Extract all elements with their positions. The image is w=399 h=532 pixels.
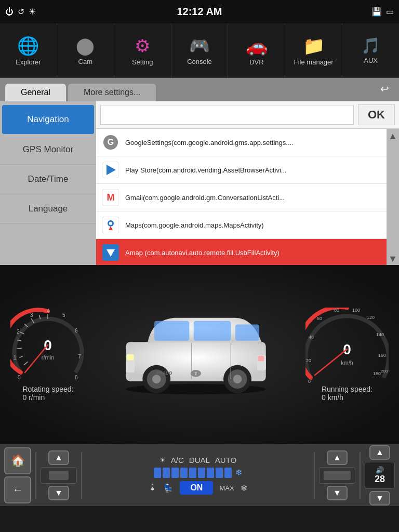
svg-line-14	[17, 348, 22, 349]
dropdown-item-play-store[interactable]: Play Store(com.android.vending.AssetBrow…	[96, 156, 387, 184]
maps-icon	[101, 216, 120, 234]
svg-text:1: 1	[14, 355, 17, 361]
sidebar-item-date-time[interactable]: Date/Time	[0, 165, 96, 194]
fan-left-down-button[interactable]: ▼	[48, 486, 69, 500]
play-store-text: Play Store(com.android.vending.AssetBrow…	[125, 166, 287, 174]
aux-icon: 🎵	[361, 36, 380, 55]
dropdown-item-maps[interactable]: Maps(com.google.android.maps.MapsActivit…	[96, 211, 387, 239]
svg-rect-37	[235, 324, 259, 340]
dropdown-input-row: OK	[96, 101, 399, 129]
status-right-icons: 💾 ▭	[371, 7, 394, 17]
car-svg: T PRADO	[113, 307, 279, 395]
clock: 12:12 AM	[177, 6, 222, 18]
svg-text:r/min: r/min	[42, 354, 54, 361]
back-button[interactable]: ←	[4, 476, 31, 503]
fan-right-up-button[interactable]: ▲	[327, 450, 348, 465]
svg-text:8: 8	[75, 375, 78, 380]
scroll-up-icon[interactable]: ▲	[388, 131, 397, 142]
dropdown-item-amap[interactable]: Amap (com.autonavi.auto.remote.fill.UsbF…	[96, 239, 387, 265]
app-console[interactable]: 🎮 Console	[171, 23, 229, 77]
fan-left-up-button[interactable]: ▲	[48, 450, 69, 465]
volume-display: 🔊 28	[365, 462, 395, 489]
svg-text:M: M	[107, 192, 115, 203]
app-bar: 🌐 Explorer ⬤ Cam ⚙ Setting 🎮 Console 🚗 D…	[0, 23, 399, 78]
storage-icon: 💾	[371, 7, 382, 17]
svg-point-8	[109, 222, 112, 225]
indicator-9	[224, 468, 232, 478]
aux-label: AUX	[364, 57, 378, 64]
filemanager-icon: 📁	[303, 35, 325, 56]
svg-text:60: 60	[317, 316, 322, 321]
svg-text:100: 100	[352, 308, 360, 313]
tab-back-button[interactable]: ↩	[375, 79, 394, 98]
sidebar-item-gps-monitor[interactable]: GPS Monitor	[0, 135, 96, 165]
volume-up-button[interactable]: ▲	[369, 445, 390, 460]
status-bar: ⏻ ↺ ☀ 12:12 AM 💾 ▭	[0, 0, 399, 23]
home-button[interactable]: 🏠	[4, 447, 31, 474]
dvr-label: DVR	[249, 58, 263, 66]
app-filemanager[interactable]: 📁 File manager	[285, 23, 342, 77]
rpm-info: Rotating speed: 0 r/min	[22, 385, 73, 402]
cam-label: Cam	[78, 58, 92, 65]
dropdown-item-google-settings[interactable]: G GoogleSettings(com.google.android.gms.…	[96, 129, 387, 156]
settings-panel: Navigation GPS Monitor Date/Time Languag…	[0, 101, 399, 265]
app-cam[interactable]: ⬤ Cam	[57, 23, 114, 77]
svg-text:5: 5	[62, 312, 65, 318]
car-image-area: T PRADO	[91, 307, 300, 403]
tab-general[interactable]: General	[5, 84, 66, 101]
volume-down-button[interactable]: ▼	[369, 491, 390, 506]
fan-right-down-button[interactable]: ▼	[327, 486, 348, 500]
status-left-icons: ⏻ ↺ ☀	[5, 7, 36, 17]
running-speed-label: Running speed:	[322, 385, 373, 393]
explorer-label: Explorer	[16, 58, 41, 66]
auto-label: AUTO	[215, 456, 236, 464]
svg-text:km/h: km/h	[341, 360, 353, 366]
snowflake-icon: ❄	[235, 468, 242, 478]
ac-seat-icon: 💺	[163, 483, 174, 493]
app-dvr[interactable]: 🚗 DVR	[228, 23, 285, 77]
separator-4	[360, 452, 361, 499]
tab-more-settings[interactable]: More settings...	[68, 84, 156, 101]
running-speed-value: 0 km/h	[322, 393, 343, 402]
separator-1	[35, 452, 36, 499]
ac-temp-icon: 🌡	[149, 483, 157, 493]
svg-text:180: 180	[373, 371, 381, 376]
maps-text: Maps(com.google.android.maps.MapsActivit…	[125, 221, 264, 229]
svg-text:3: 3	[30, 312, 33, 318]
dvr-icon: 🚗	[246, 35, 268, 56]
gmail-text: Gmail(com.google.android.gm.Conversation…	[125, 194, 285, 202]
indicator-7	[207, 468, 214, 478]
ac-section: ☀ A/C DUAL AUTO ❄ 🌡 💺 ON MAX ❄	[86, 456, 310, 495]
indicator-6	[198, 468, 205, 478]
battery-icon: ▭	[386, 7, 394, 17]
rotating-speed-value: 0 r/min	[22, 393, 45, 402]
svg-text:200: 200	[381, 369, 388, 374]
sidebar-item-navigation[interactable]: Navigation	[2, 105, 94, 134]
dropdown-ok-button[interactable]: OK	[358, 104, 395, 125]
svg-line-13	[19, 356, 23, 357]
dropdown-list: G GoogleSettings(com.google.android.gms.…	[96, 129, 387, 265]
ac-indicators: ❄	[154, 468, 242, 478]
dropdown-input[interactable]	[100, 105, 354, 125]
scroll-down-icon[interactable]: ▼	[388, 254, 397, 264]
indicator-4	[180, 468, 188, 478]
separator-3	[314, 452, 315, 499]
app-explorer[interactable]: 🌐 Explorer	[0, 23, 57, 77]
app-setting[interactable]: ⚙ Setting	[114, 23, 171, 77]
rotating-speed-label: Rotating speed:	[22, 385, 73, 393]
dual-label: DUAL	[189, 456, 210, 464]
svg-rect-46	[126, 354, 133, 361]
ac-freeze-icon: ❄	[241, 483, 247, 493]
app-aux[interactable]: 🎵 AUX	[342, 23, 399, 77]
svg-point-43	[233, 375, 242, 383]
settings-sidebar: Navigation GPS Monitor Date/Time Languag…	[0, 101, 96, 265]
dropdown-item-gmail[interactable]: M Gmail(com.google.android.gm.Conversati…	[96, 184, 387, 211]
svg-text:2: 2	[17, 329, 20, 335]
ac-on-button[interactable]: ON	[180, 481, 213, 495]
svg-text:80: 80	[334, 308, 339, 313]
fan-right-group: ▲ ▼	[319, 450, 355, 500]
indicator-1	[154, 468, 161, 478]
sidebar-item-language[interactable]: Language	[0, 194, 96, 224]
svg-text:20: 20	[306, 358, 311, 363]
speed-gauge: 0 20 40 60 80 100 120 140 160 180 0 km/h…	[305, 308, 389, 383]
